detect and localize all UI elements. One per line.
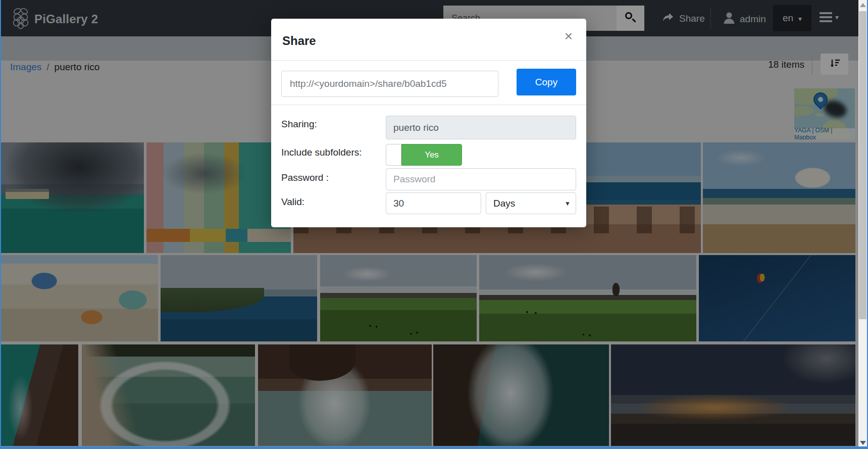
copy-button[interactable]: Copy xyxy=(517,69,576,95)
sharing-value-input xyxy=(386,116,576,139)
share-dialog: Share × Copy Sharing: Include subfolders… xyxy=(271,19,586,227)
close-icon[interactable]: × xyxy=(560,28,577,45)
subfolders-toggle: Yes xyxy=(386,144,462,166)
password-label: Password : xyxy=(281,172,329,183)
select-caret-icon xyxy=(565,200,571,207)
window-border-bottom xyxy=(0,446,868,449)
dialog-title: Share xyxy=(282,34,316,48)
valid-unit-select[interactable]: Days xyxy=(486,192,576,214)
subfolders-toggle-off-segment[interactable] xyxy=(386,144,401,166)
scroll-up-arrow-icon[interactable] xyxy=(860,3,866,7)
window-border-left xyxy=(0,0,1,449)
vertical-scrollbar[interactable] xyxy=(858,0,867,449)
password-input[interactable] xyxy=(386,168,576,190)
body-divider xyxy=(271,105,586,105)
subfolders-label: Include subfolders: xyxy=(281,147,362,158)
valid-label: Valid: xyxy=(281,196,304,208)
subfolders-toggle-yes-button[interactable]: Yes xyxy=(401,144,462,166)
header-divider xyxy=(271,60,586,61)
scroll-down-arrow-icon[interactable] xyxy=(860,441,866,445)
valid-unit-value: Days xyxy=(493,198,515,209)
scrollbar-thumb[interactable] xyxy=(859,11,866,319)
share-url-input[interactable] xyxy=(281,71,498,97)
app-window: PiGallery 2 Share xyxy=(0,0,868,449)
valid-amount-input[interactable] xyxy=(386,192,481,214)
sharing-label: Sharing: xyxy=(281,119,317,130)
